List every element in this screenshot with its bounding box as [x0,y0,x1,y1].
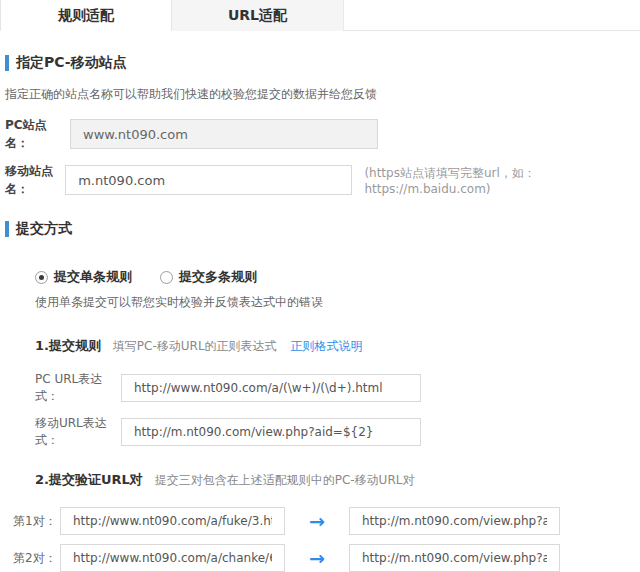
section-title-site-text: 指定PC-移动站点 [16,54,127,72]
verify-step-header: 2.提交验证URL对 提交三对包含在上述适配规则中的PC-移动URL对 [35,471,640,489]
mobile-site-hint: (https站点请填写完整url，如：https://m.baidu.com) [364,165,640,196]
mobile-site-label: 移动站点名： [5,162,65,198]
section-title-submit-text: 提交方式 [16,220,72,238]
radio-single-rule-label: 提交单条规则 [54,268,132,286]
submit-mode-radio-group: 提交单条规则 提交多条规则 [35,268,640,286]
single-submit-hint: 使用单条提交可以帮您实时校验并反馈表达式中的错误 [35,294,640,311]
mobile-expr-row: 移动URL表达式： [35,415,640,449]
radio-single-rule[interactable]: 提交单条规则 [35,268,132,286]
pair-2-mobile-url-input[interactable] [349,544,560,572]
arrow-right-icon: → [285,547,349,569]
radio-multi-rule-circle[interactable] [160,271,173,284]
url-pair-list: 第1对： → 第2对： → 第3对： → [5,507,640,572]
verify-step-desc: 提交三对包含在上述适配规则中的PC-移动URL对 [155,473,415,487]
pc-url-expression-input[interactable] [121,374,421,402]
rule-step-desc: 填写PC-移动URL的正则表达式 [113,339,277,353]
mobile-site-input[interactable] [65,165,352,195]
rule-step-header: 1.提交规则 填写PC-移动URL的正则表达式 正则格式说明 [35,337,640,355]
pair-1-pc-url-input[interactable] [60,507,285,535]
mobile-site-row: 移动站点名： (https站点请填写完整url，如：https://m.baid… [5,162,640,198]
tab-bar: 规则适配 URL适配 [0,0,640,31]
pc-site-input[interactable] [70,119,378,149]
url-pair-row-1: 第1对： → [13,507,640,535]
pair-1-label: 第1对： [13,513,60,530]
pc-site-label: PC站点名： [5,116,70,152]
pc-expr-label: PC URL表达式： [35,371,121,405]
regex-format-help-link[interactable]: 正则格式说明 [290,339,362,353]
tab-rule-adaptation[interactable]: 规则适配 [0,0,172,31]
radio-single-rule-circle[interactable] [35,271,48,284]
radio-multi-rule[interactable]: 提交多条规则 [160,268,257,286]
site-section-description: 指定正确的站点名称可以帮助我们快速的校验您提交的数据并给您反馈 [5,86,640,103]
section-accent-bar [5,221,9,237]
verify-step-title: 2.提交验证URL对 [35,472,143,487]
pair-1-mobile-url-input[interactable] [349,507,560,535]
tab-url-adaptation[interactable]: URL适配 [172,0,344,31]
mobile-url-expression-input[interactable] [121,418,421,446]
pair-2-label: 第2对： [13,550,60,567]
pc-site-row: PC站点名： [5,116,640,152]
url-pair-row-2: 第2对： → [13,544,640,572]
section-title-submit: 提交方式 [5,220,640,238]
section-title-site: 指定PC-移动站点 [5,54,640,72]
pair-2-pc-url-input[interactable] [60,544,285,572]
pc-expr-row: PC URL表达式： [35,371,640,405]
rule-step-title: 1.提交规则 [35,338,101,353]
mobile-expr-label: 移动URL表达式： [35,415,121,449]
section-accent-bar [5,55,9,71]
radio-multi-rule-label: 提交多条规则 [179,268,257,286]
arrow-right-icon: → [285,510,349,532]
